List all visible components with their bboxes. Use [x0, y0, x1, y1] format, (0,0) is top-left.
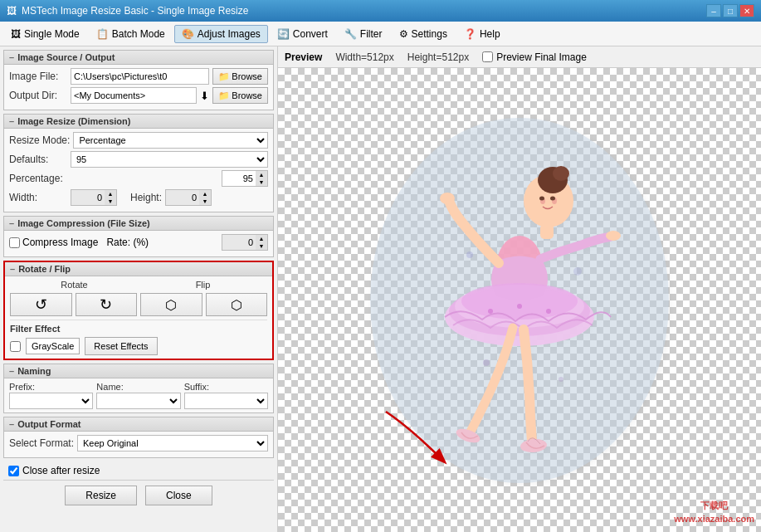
preview-height: Height=512px	[407, 51, 469, 63]
width-input[interactable]	[71, 190, 105, 205]
settings-button[interactable]: ⚙ Settings	[392, 25, 455, 43]
rotate-flip-section: Rotate / Flip Rotate Flip ↺ ↻ ⬡ ⬡ Filter…	[3, 261, 274, 360]
image-resize-section: Image Resize (Dimension) Resize Mode: Pe…	[3, 114, 274, 212]
help-button[interactable]: ❓ Help	[456, 25, 508, 43]
download-icon: ⬇	[200, 90, 209, 102]
adjust-images-label: Adjust Images	[198, 28, 261, 40]
batch-mode-label: Batch Mode	[112, 28, 165, 40]
compression-title: Image Compression (File Size)	[4, 217, 273, 231]
ballerina-image	[362, 105, 677, 495]
file-input[interactable]	[71, 68, 209, 85]
convert-button[interactable]: 🔄 Convert	[270, 25, 335, 43]
file-browse-button[interactable]: 📁 Browse	[212, 68, 268, 85]
output-label: Output Dir:	[9, 90, 67, 101]
compression-section: Image Compression (File Size) Compress I…	[3, 216, 274, 257]
percentage-down[interactable]: ▼	[256, 178, 267, 186]
compress-checkbox-label[interactable]: Compress Image	[9, 237, 98, 248]
rate-up[interactable]: ▲	[256, 235, 267, 242]
flip-vertical-button[interactable]: ⬡	[206, 293, 268, 316]
single-mode-icon: 🖼	[11, 28, 21, 40]
flip-horizontal-button[interactable]: ⬡	[140, 293, 202, 316]
filter-label: Filter	[360, 28, 383, 40]
minimize-button[interactable]: –	[706, 4, 721, 17]
percentage-up[interactable]: ▲	[256, 171, 267, 178]
file-label: Image File:	[9, 71, 67, 82]
rotate-col-label: Rotate	[10, 280, 139, 290]
app-icon: 🖼	[7, 5, 17, 17]
prefix-label: Prefix:	[9, 382, 93, 392]
adjust-images-button[interactable]: 🎨 Adjust Images	[174, 25, 268, 43]
output-input[interactable]	[71, 87, 197, 104]
filter-button[interactable]: 🔧 Filter	[337, 25, 390, 43]
grayscale-checkbox[interactable]	[10, 341, 21, 352]
svg-point-7	[539, 196, 544, 200]
compress-checkbox[interactable]	[9, 237, 20, 248]
single-mode-label: Single Mode	[24, 28, 80, 40]
defaults-label: Defaults:	[9, 154, 67, 165]
output-browse-button[interactable]: 📁 Browse	[212, 87, 268, 104]
suffix-label: Suffix:	[184, 382, 268, 392]
image-source-section: Image Source / Output Image File: 📁 Brow…	[3, 50, 274, 110]
percentage-spinner[interactable]: ▲ ▼	[222, 170, 268, 187]
reset-effects-button[interactable]: Reset Effects	[85, 337, 157, 355]
right-panel: Preview Width=512px Height=512px Preview…	[278, 46, 761, 532]
width-down[interactable]: ▼	[105, 198, 116, 205]
flip-col-label: Flip	[139, 280, 267, 290]
rate-down[interactable]: ▼	[256, 242, 267, 250]
width-up[interactable]: ▲	[105, 190, 116, 198]
svg-point-15	[606, 231, 621, 241]
window-title: MSTech Image Resize Basic - Single Image…	[22, 5, 248, 17]
naming-title: Naming	[4, 364, 273, 378]
rate-spinner[interactable]: ▲ ▼	[222, 234, 268, 251]
resize-mode-select[interactable]: Percentage Fixed Size	[73, 132, 268, 149]
maximize-button[interactable]: □	[723, 4, 738, 17]
svg-point-18	[488, 309, 493, 314]
settings-label: Settings	[412, 28, 447, 40]
help-label: Help	[480, 28, 500, 40]
svg-rect-9	[540, 224, 554, 239]
rotate-right-button[interactable]: ↻	[76, 293, 138, 316]
convert-icon: 🔄	[277, 28, 290, 40]
width-spinner[interactable]: ▲ ▼	[71, 189, 117, 206]
output-format-section: Output Format Select Format: Keep Origin…	[3, 417, 274, 458]
suffix-select[interactable]	[184, 393, 268, 409]
defaults-select[interactable]: 95 90 85	[71, 151, 268, 168]
folder-icon: 📁	[218, 71, 230, 82]
height-down[interactable]: ▼	[199, 198, 211, 205]
rotate-left-button[interactable]: ↺	[10, 293, 72, 316]
height-up[interactable]: ▲	[199, 190, 211, 198]
height-spinner[interactable]: ▲ ▼	[165, 189, 212, 206]
adjust-images-icon: 🎨	[182, 28, 194, 40]
batch-mode-button[interactable]: 📋 Batch Mode	[89, 25, 173, 43]
name-label: Name:	[96, 382, 180, 392]
resize-button[interactable]: Resize	[65, 486, 137, 505]
action-buttons: Resize Close	[3, 480, 274, 510]
svg-point-14	[440, 193, 455, 204]
format-select[interactable]: Keep Original	[77, 435, 268, 451]
naming-section: Naming Prefix: Name:	[3, 364, 274, 413]
close-after-checkbox[interactable]	[8, 466, 19, 476]
preview-title: Preview	[285, 51, 322, 63]
close-after-row: Close after resize	[3, 461, 274, 480]
resize-mode-label: Resize Mode:	[9, 134, 70, 146]
percentage-label: Percentage:	[9, 173, 67, 184]
svg-point-24	[559, 377, 563, 382]
rate-label: Rate: (%)	[106, 237, 149, 248]
close-button[interactable]: ✕	[739, 4, 754, 17]
batch-mode-icon: 📋	[96, 28, 109, 40]
close-action-button[interactable]: Close	[145, 486, 212, 505]
convert-label: Convert	[293, 28, 328, 40]
rotate-flip-title: Rotate / Flip	[5, 262, 272, 276]
height-input[interactable]	[166, 190, 199, 205]
rate-input[interactable]	[222, 235, 256, 250]
preview-final-checkbox[interactable]	[482, 51, 493, 62]
name-select[interactable]	[96, 393, 180, 409]
single-mode-button[interactable]: 🖼 Single Mode	[3, 25, 87, 43]
compress-label: Compress Image	[22, 237, 98, 248]
percentage-input[interactable]	[222, 171, 256, 186]
settings-icon: ⚙	[399, 28, 408, 40]
svg-point-19	[517, 304, 522, 309]
filter-tag: GrayScale	[26, 338, 80, 354]
prefix-select[interactable]	[9, 393, 93, 409]
svg-point-4	[553, 166, 569, 181]
